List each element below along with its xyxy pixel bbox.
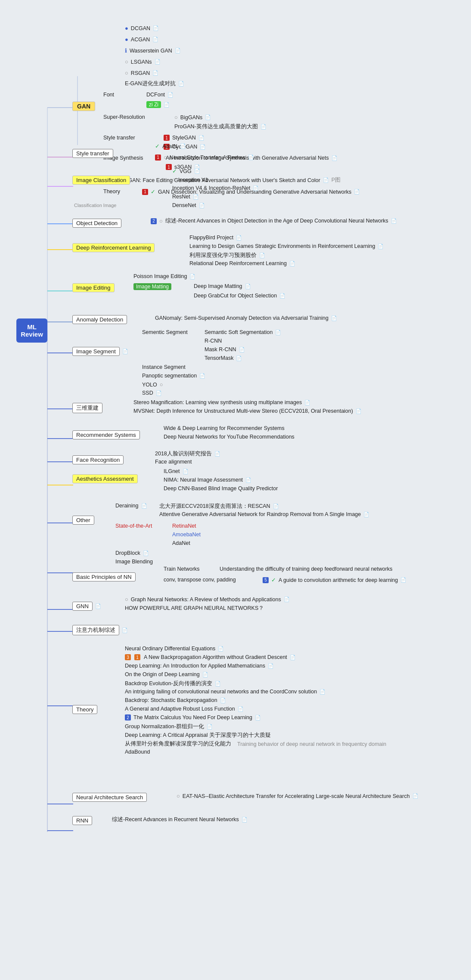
leaf-robust-loss: A General and Adaptive Robust Loss Funct…	[125, 706, 244, 712]
sub-semanticseg: Sementic Segment	[142, 329, 188, 335]
3d-reconstruction-node[interactable]: 三维重建	[72, 403, 102, 413]
sub-conv: conv, transpose conv, padding	[164, 577, 236, 583]
leaf-nima: NIMA: Neural Image Assessment 📄	[164, 477, 251, 483]
leaf-tensormask: TensorMask 📄	[205, 355, 242, 361]
leaf-ganomaly: GANomaly: Semi-Supervised Anomaly Detect…	[155, 315, 337, 321]
leaf-backprop-new: 3 1 A New Backpropagation Algorithm with…	[125, 654, 296, 660]
branch-imgsegment: Image Segment 📄	[72, 347, 128, 356]
drl-node[interactable]: Deep Reinforcement Learning	[72, 243, 155, 252]
branch-3d: 三维重建	[72, 403, 102, 413]
rnn-node[interactable]: RNN	[72, 816, 92, 825]
leaf-dcgan: ● DCGAN 📄	[125, 25, 159, 31]
leaf-maskrcnn: Mask R-CNN 📄	[205, 346, 245, 352]
gnn-node[interactable]: GNN	[72, 602, 93, 611]
leaf-coordconv: An intriguing failing of convolutional n…	[125, 689, 325, 695]
sub-trainnetworks: Train Networks	[164, 566, 200, 572]
leaf-flappy: FlappyBird Project 📄	[189, 235, 242, 241]
leaf-objdet1: 2 ○ 综述-Recent Advances in Object Detecti…	[151, 217, 397, 225]
leaf-dl-intro: Deep Learning: An Introduction for Appli…	[125, 663, 274, 669]
leaf-poisson: Poisson Image Editing 📄	[133, 273, 195, 279]
branch-styletransfer: Style transfer	[72, 149, 113, 158]
branch-rnn: RNN	[72, 816, 92, 825]
style-transfer-node[interactable]: Style transfer	[72, 149, 113, 158]
leaf-scfegan: 1 SC-FEGAN: Face Editing Generative Adve…	[103, 176, 341, 184]
leaf-imageblending: Image Blending	[115, 559, 153, 565]
leaf-stochastic-bp: Backdrop: Stochastic Backpropagation 📄	[125, 697, 226, 703]
leaf-raindrop: Attentive Generative Adversarial Network…	[159, 511, 369, 517]
aesthetics-node[interactable]: Aesthetics Assessment	[72, 474, 138, 483]
image-segment-node[interactable]: Image Segment	[72, 347, 120, 356]
sub-superres: Super-Resolution	[103, 114, 145, 120]
leaf-dropblock: DropBlock 📄	[115, 550, 149, 556]
leaf-amoebanet: AmoebaNet	[172, 532, 201, 538]
leaf-convguide: 5 ✓ A guide to convolution arithmetic fo…	[263, 577, 406, 583]
leaf-adabound: AdaBound	[125, 749, 150, 755]
leaf-face1: 2018人脸识别研究报告 📄	[155, 450, 220, 458]
leaf-facealign: Face alignment	[155, 459, 192, 465]
leaf-egan: E-GAN进化生成对抗 📄	[125, 80, 184, 87]
theory-node[interactable]: Theory	[72, 705, 97, 714]
anomaly-detection-node[interactable]: Anomaly Detection	[72, 315, 127, 324]
leaf-fourier-dl: 从傅里叶分析角度解读深度学习的泛化能力 Training behavior of…	[125, 740, 386, 748]
leaf-eatnas: ○ EAT-NAS--Elastic Architecture Transfer…	[177, 793, 418, 799]
leaf-rsgan: ○ RSGAN 📄	[125, 70, 158, 76]
leaf-stereo: Stereo Magnification: Learning view synt…	[133, 399, 310, 405]
leaf-mvsnet: MVSNet: Depth Inference for Unstructured…	[133, 408, 362, 414]
leaf-biggans: ○ BigGANs 📄	[174, 114, 211, 121]
nas-node[interactable]: Neural Architecture Search	[72, 793, 147, 802]
branch-aesthetics: Aesthetics Assessment	[72, 474, 138, 483]
branch-imgediting: Image Editing	[72, 283, 115, 292]
leaf-matcalc: 2 The Matrix Calculus You Need For Deep …	[125, 714, 261, 720]
leaf-instanceseg: Instance Segment	[142, 364, 186, 370]
leaf-stylegan: 1 StyleGAN 📄	[164, 135, 205, 141]
leaf-acgan: ● ACGAN 📄	[125, 36, 158, 43]
leaf-youtube: Deep Neural Networks for YouTube Recomme…	[164, 434, 294, 440]
branch-imgclassification: Image Classification	[72, 176, 130, 185]
recommender-systems-node[interactable]: Recommender Systems	[72, 430, 140, 439]
mindmap-container: ML Review GAN ● DCGAN 📄 ● ACGAN 📄 ℹ Wass…	[9, 9, 462, 955]
branch-gan: GAN	[72, 102, 95, 111]
sub-deraining: Deraining 📄	[115, 503, 147, 509]
leaf-densenet: DenseNet 📄	[172, 202, 205, 208]
branch-attention: 注意力机制综述 📄	[72, 625, 128, 635]
branch-nas: Neural Architecture Search	[72, 793, 147, 802]
other-node[interactable]: Other	[72, 516, 94, 525]
sub-styletransfer-gan: Style transfer	[103, 135, 135, 141]
leaf-panoptic: Panoptic segmentation 📄	[142, 373, 205, 379]
leaf-gnn2: HOW POWERFUL ARE GRAPH NEURAL NETWORKS？	[125, 605, 264, 612]
leaf-ilgnet: ILGnet 📄	[164, 468, 189, 474]
branch-theory: Theory	[72, 705, 97, 714]
leaf-wasserstein: ℹ Wasserstein GAN 📄	[125, 47, 181, 54]
image-editing-node[interactable]: Image Editing	[72, 283, 115, 292]
leaf-widedeep: Wide & Deep Learning for Recommender Sys…	[164, 425, 285, 431]
leaf-inceptionv1: ○ Inception V1	[172, 176, 208, 183]
branch-objdetection: Object Detection	[72, 219, 121, 228]
leaf-backdrop-evo: Backdrop Evolution-反向传播的演变 📄	[125, 680, 221, 687]
face-recognition-node[interactable]: Face Recognition	[72, 455, 124, 464]
leaf-resnet: ResNet 📄	[172, 194, 199, 200]
sub-sota: State-of-the-Art	[115, 523, 152, 529]
leaf-drl4: Relational Deep Reinforcement Learning 📄	[189, 260, 295, 266]
attention-node[interactable]: 注意力机制综述	[72, 625, 119, 635]
center-node: ML Review	[16, 318, 47, 343]
leaf-groupnorm: Group Normalization-群组归一化 📄	[125, 723, 213, 730]
leaf-dl-critical: Deep Learning: A Critical Appraisal 关于深度…	[125, 732, 271, 739]
branch-gnn: GNN 📄	[72, 602, 101, 611]
sub-theory-gan: Theory	[103, 189, 120, 195]
leaf-deepgrabcut: Deep GrabCut for Object Selection 📄	[194, 293, 285, 299]
leaf-lsgans: ○ LSGANs 📄	[125, 59, 161, 65]
leaf-traindiff: Understanding the difficulty of training…	[220, 566, 392, 572]
object-detection-node[interactable]: Object Detection	[72, 219, 121, 228]
leaf-rcnn: R-CNN	[205, 338, 222, 344]
leaf-progan: ProGAN-英伟达生成高质量的大图 📄	[174, 123, 266, 130]
basic-principles-node[interactable]: Basic Principles of NN	[72, 572, 136, 581]
leaf-neuralstyletransfer: 1 ○ Neural Style Transfer: A Review 📄	[155, 154, 254, 161]
sub-imagematting: Image Matting	[133, 283, 171, 290]
leaf-rnn1: 综述-Recent Advances in Recurrent Neural N…	[112, 816, 248, 823]
leaf-dcfont: DCFont 📄	[146, 92, 174, 98]
leaf-gnn1: ○ Graph Neural Networks: A Review of Met…	[125, 596, 290, 603]
gan-node[interactable]: GAN	[72, 102, 95, 111]
sub-font: Font	[103, 92, 114, 98]
image-classification-node[interactable]: Image Classification	[72, 176, 130, 185]
branch-basicnn: Basic Principles of NN	[72, 572, 136, 581]
